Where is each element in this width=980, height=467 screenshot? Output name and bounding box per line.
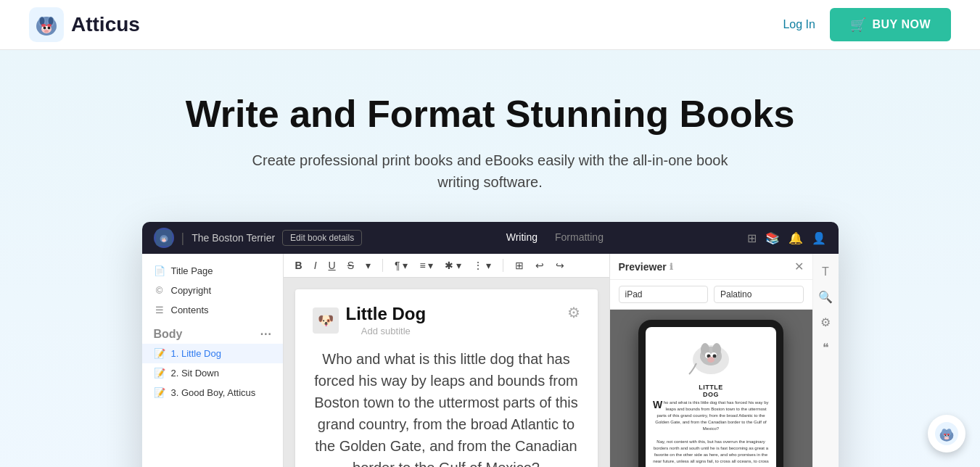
link-button[interactable]: ⊞: [512, 258, 527, 273]
chart-icon[interactable]: ⚙: [820, 315, 831, 329]
tab-writing[interactable]: Writing: [506, 231, 538, 244]
sidebar-title-page-label: Title Page: [171, 265, 213, 276]
sidebar-item-copyright[interactable]: © Copyright: [142, 281, 283, 300]
sidebar-item-chapter2[interactable]: 📝 2. Sit Down: [142, 363, 283, 383]
book-preview-text: Who and what is this little dog that has…: [653, 400, 769, 465]
book-icon[interactable]: 📚: [765, 231, 780, 245]
sidebar-chapter2-label: 2. Sit Down: [171, 368, 219, 379]
previewer-controls: iPad iPhone Kindle Desktop Palatino Geor…: [610, 280, 812, 310]
device-select[interactable]: iPad iPhone Kindle Desktop: [619, 286, 709, 303]
toolbar-sep2: [503, 259, 503, 272]
svg-point-10: [48, 27, 51, 30]
topbar-separator: |: [181, 231, 185, 246]
svg-point-20: [162, 239, 163, 239]
edit-book-details-button[interactable]: Edit book details: [282, 230, 362, 246]
previewer-device-view: LittleDog Who and what is this little do…: [610, 310, 812, 467]
sidebar-chapter3-label: 3. Good Boy, Atticus: [171, 387, 256, 398]
svg-point-9: [44, 27, 46, 30]
font-select[interactable]: Palatino Georgia Times New Roman: [714, 286, 804, 303]
bell-icon[interactable]: 🔔: [788, 231, 803, 245]
svg-rect-13: [47, 24, 52, 27]
undo-button[interactable]: ↩: [532, 258, 547, 273]
avatar-icon[interactable]: 👤: [812, 231, 826, 245]
device-frame: LittleDog Who and what is this little do…: [638, 320, 783, 467]
svg-point-29: [713, 354, 717, 358]
previewer-sidebar-icons: T 🔍 ⚙ ❝: [812, 254, 839, 467]
topbar-right: ⊞ 📚 🔔 👤: [747, 231, 826, 245]
sidebar-item-contents[interactable]: ☰ Contents: [142, 300, 283, 320]
sidebar-item-chapter1[interactable]: 📝 1. Little Dog: [142, 344, 283, 363]
topbar-left: | The Boston Terrier Edit book details: [154, 228, 363, 248]
paragraph-button[interactable]: ¶ ▾: [392, 258, 411, 273]
svg-rect-12: [41, 24, 46, 27]
device-screen: LittleDog Who and what is this little do…: [646, 327, 776, 467]
sidebar-item-chapter3[interactable]: 📝 3. Good Boy, Atticus: [142, 383, 283, 402]
asterisk-button[interactable]: ✱ ▾: [442, 258, 464, 273]
hero-heading: Write and Format Stunning Books: [29, 94, 951, 135]
chapter-icon: 📝: [154, 348, 165, 359]
chapter-icon-3: 📝: [154, 387, 165, 398]
chapter-header: 🐶 Little Dog Add subtitle ⚙: [313, 304, 580, 336]
indent-button[interactable]: ⋮ ▾: [470, 258, 494, 273]
previewer-title: Previewer ℹ: [619, 261, 673, 273]
redo-button[interactable]: ↪: [553, 258, 567, 273]
previewer-header: Previewer ℹ ✕: [610, 254, 812, 280]
editor-para-1: Who and what is this little dog that has…: [313, 348, 580, 467]
chapter-title-block: 🐶 Little Dog Add subtitle: [313, 304, 427, 336]
editor-body-text[interactable]: Who and what is this little dog that has…: [313, 348, 580, 467]
svg-point-30: [707, 357, 715, 363]
underline-button[interactable]: U: [326, 258, 339, 273]
text-size-icon[interactable]: T: [822, 265, 829, 278]
topbar-tabs: Writing Formatting: [506, 231, 604, 244]
sidebar-item-title-page[interactable]: 📄 Title Page: [142, 261, 283, 281]
book-dog-illustration: [653, 336, 769, 379]
chapter-settings-icon[interactable]: ⚙: [567, 304, 580, 321]
copyright-icon: ©: [154, 285, 165, 296]
svg-rect-40: [947, 434, 950, 435]
chapter-avatar: 🐶: [313, 307, 339, 334]
atticus-logo-icon: [29, 7, 64, 42]
buy-now-button[interactable]: 🛒 BUY NOW: [830, 8, 951, 41]
copy-icon[interactable]: ⊞: [747, 231, 757, 245]
align-button[interactable]: ≡ ▾: [416, 258, 436, 273]
topbar-logo-icon: [154, 228, 174, 248]
app-main: 📄 Title Page © Copyright ☰ Contents Body…: [142, 254, 839, 467]
svg-rect-39: [944, 434, 946, 435]
cart-icon: 🛒: [850, 17, 867, 33]
bold-button[interactable]: B: [292, 258, 305, 273]
quote-icon[interactable]: ❝: [823, 341, 829, 355]
sidebar: 📄 Title Page © Copyright ☰ Contents Body…: [142, 254, 284, 467]
hero-subheading: Create professional print books and eBoo…: [244, 149, 737, 193]
strikethrough-dropdown[interactable]: ▾: [363, 258, 374, 273]
nav-right: Log In 🛒 BUY NOW: [783, 8, 951, 41]
chat-widget[interactable]: [928, 415, 965, 452]
svg-point-42: [944, 437, 950, 439]
topbar-book-title: The Boston Terrier: [192, 232, 275, 244]
login-link[interactable]: Log In: [783, 18, 815, 31]
app-mockup: | The Boston Terrier Edit book details W…: [142, 222, 839, 467]
previewer-panel: Previewer ℹ ✕ iPad iPhone Kindle Desktop: [609, 254, 812, 467]
svg-point-5: [49, 17, 54, 25]
search-preview-icon[interactable]: 🔍: [818, 290, 833, 304]
previewer-info-icon[interactable]: ℹ: [670, 262, 673, 272]
editor-toolbar: B I U S ▾ ¶ ▾ ≡ ▾ ✱ ▾ ⋮ ▾ ⊞ ↩ ↪: [284, 254, 609, 278]
sidebar-chapter1-label: 1. Little Dog: [171, 348, 221, 359]
app-right: Previewer ℹ ✕ iPad iPhone Kindle Desktop: [609, 254, 839, 467]
editor-area: B I U S ▾ ¶ ▾ ≡ ▾ ✱ ▾ ⋮ ▾ ⊞ ↩ ↪: [284, 254, 609, 467]
italic-button[interactable]: I: [311, 258, 320, 273]
tab-formatting[interactable]: Formatting: [555, 231, 604, 244]
sidebar-more-icon[interactable]: ⋯: [260, 327, 271, 341]
previewer-close-icon[interactable]: ✕: [794, 260, 804, 273]
sidebar-contents-label: Contents: [171, 305, 209, 315]
editor-content[interactable]: 🐶 Little Dog Add subtitle ⚙ Who and what…: [295, 289, 598, 467]
svg-point-11: [44, 30, 49, 33]
contents-icon: ☰: [154, 305, 165, 315]
logo-text: Atticus: [71, 13, 140, 36]
toolbar-sep1: [382, 259, 383, 272]
sidebar-body-section: Body ⋯: [142, 320, 283, 344]
strikethrough-button[interactable]: S: [345, 258, 357, 273]
navbar: Atticus Log In 🛒 BUY NOW: [0, 0, 980, 50]
chapter-subtitle: Add subtitle: [346, 326, 427, 336]
chapter-title: Little Dog: [346, 304, 427, 324]
page-icon: 📄: [154, 265, 165, 276]
